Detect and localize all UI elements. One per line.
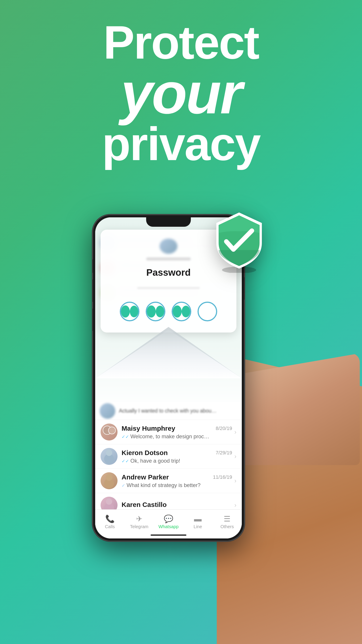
pin-circles-container [120, 302, 217, 321]
avatar-maisy [100, 424, 117, 440]
tab-whatsapp[interactable]: 💬 Whatsapp [154, 514, 183, 529]
others-icon: ☰ [224, 514, 230, 523]
tab-calls-label: Calls [105, 524, 115, 529]
chat-chevron-maisy: › [234, 428, 236, 436]
password-name-blur [146, 258, 191, 260]
whatsapp-icon: 💬 [164, 514, 173, 523]
password-title: Password [146, 267, 191, 278]
pin-circle-3[interactable] [172, 302, 191, 321]
tab-bar: 📞 Calls ✈ Telegram 💬 Whatsapp ▬ Line ☰ [95, 510, 242, 538]
calls-icon: 📞 [105, 514, 115, 523]
tab-calls[interactable]: 📞 Calls [95, 514, 124, 529]
chat-message-maisy: ✓✓ Welcome, to make design process faste… [122, 433, 211, 440]
line-icon: ▬ [194, 514, 202, 523]
power-button [244, 277, 245, 300]
silent-switch [92, 260, 93, 273]
chat-list: Maisy Humphrey 8/20/19 ✓✓ Welcome, to ma… [95, 420, 242, 510]
chat-item-maisy[interactable]: Maisy Humphrey 8/20/19 ✓✓ Welcome, to ma… [95, 420, 242, 444]
phone-notch [146, 217, 191, 227]
chat-name-kieron: Kieron Dotson [122, 449, 168, 456]
chat-name-maisy: Maisy Humphrey [122, 425, 175, 432]
hero-line1: Protect [0, 18, 362, 67]
shield-wrapper [210, 210, 268, 273]
chat-time-maisy: 8/20/19 [216, 426, 232, 431]
password-avatar [160, 238, 177, 254]
tab-whatsapp-label: Whatsapp [158, 524, 179, 529]
tab-telegram-label: Telegram [130, 524, 148, 529]
tab-line[interactable]: ▬ Line [183, 514, 213, 529]
security-shield-icon [210, 210, 268, 273]
chat-content-andrew: Andrew Parker 11/16/19 ✓ What kind of st… [122, 474, 232, 488]
avatar-kieron [100, 448, 117, 465]
tab-telegram[interactable]: ✈ Telegram [124, 514, 154, 529]
pin-circle-4[interactable] [198, 302, 217, 321]
chat-item-andrew[interactable]: Andrew Parker 11/16/19 ✓ What kind of st… [95, 469, 242, 493]
chat-time-andrew: 11/16/19 [213, 474, 232, 480]
chat-item-karen[interactable]: Karen Castillo › [95, 493, 242, 510]
chat-chevron-kieron: › [234, 453, 236, 460]
chat-chevron-karen: › [234, 502, 236, 509]
telegram-icon: ✈ [136, 514, 142, 523]
home-indicator [151, 534, 186, 536]
chat-time-kieron: 7/29/19 [216, 450, 232, 456]
chat-content-maisy: Maisy Humphrey 8/20/19 ✓✓ Welcome, to ma… [122, 425, 232, 440]
volume-up-button [92, 280, 93, 302]
chat-chevron-andrew: › [234, 477, 236, 484]
chat-name-karen: Karen Castillo [122, 501, 167, 508]
hero-section: Protect your privacy [0, 18, 362, 168]
pin-circle-1[interactable] [120, 302, 139, 321]
pin-circle-2[interactable] [146, 302, 165, 321]
tab-others[interactable]: ☰ Others [213, 514, 242, 529]
chat-message-kieron: ✓✓ Ok, have a good trip! [122, 458, 211, 464]
hero-line3: privacy [0, 120, 362, 169]
volume-down-button [92, 308, 93, 331]
tab-others-label: Others [220, 524, 234, 529]
chat-content-karen: Karen Castillo [122, 501, 232, 510]
password-subtitle-blur [137, 287, 200, 289]
partial-chat-item: Actually I wanted to check with you abou… [95, 402, 242, 420]
chat-message-andrew: ✓ What kind of strategy is better? [122, 482, 211, 488]
tab-line-label: Line [194, 524, 202, 529]
paper-fold-effect [95, 327, 242, 378]
chat-item-kieron[interactable]: Kieron Dotson 7/29/19 ✓✓ Ok, have a good… [95, 444, 242, 469]
chat-name-andrew: Andrew Parker [122, 474, 169, 481]
hero-line2: your [0, 63, 362, 124]
avatar-andrew [100, 472, 117, 489]
partial-message-text: Actually I wanted to check with you abou… [119, 408, 217, 414]
avatar-karen [100, 497, 117, 510]
chat-content-kieron: Kieron Dotson 7/29/19 ✓✓ Ok, have a good… [122, 449, 232, 464]
